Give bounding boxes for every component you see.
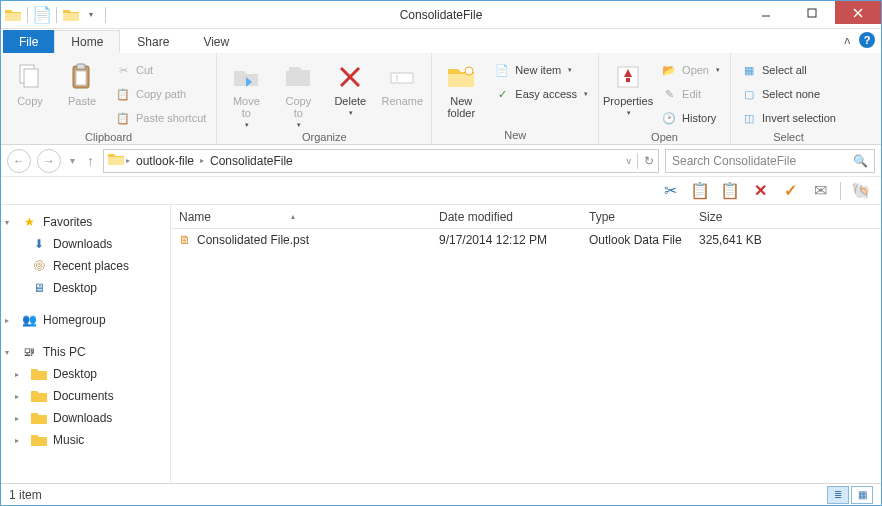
address-dropdown-icon[interactable]: v xyxy=(627,156,632,166)
navigation-pane: ▾★Favorites ⬇Downloads 🞋Recent places 🖥D… xyxy=(1,205,171,483)
new-doc-icon[interactable]: 📄 xyxy=(34,7,50,23)
search-icon: 🔍 xyxy=(853,154,868,168)
open-label: Open xyxy=(605,129,724,146)
icons-view-button[interactable]: ▦ xyxy=(851,486,873,504)
sidebar-item-desktop[interactable]: 🖥Desktop xyxy=(1,277,170,299)
select-label: Select xyxy=(737,129,840,146)
svg-rect-8 xyxy=(76,71,86,85)
breadcrumb[interactable]: outlook-file xyxy=(132,154,198,168)
svg-rect-1 xyxy=(808,9,816,17)
sidebar-item-downloads[interactable]: ▸Downloads xyxy=(1,407,170,429)
svg-rect-11 xyxy=(391,73,413,83)
column-headers: Name▴ Date modified Type Size xyxy=(171,205,881,229)
favorites-root[interactable]: ▾★Favorites xyxy=(1,211,170,233)
edit-button[interactable]: ✎Edit xyxy=(657,83,724,105)
column-size[interactable]: Size xyxy=(691,210,791,224)
address-bar[interactable]: ▸ outlook-file ▸ ConsolidateFile v ↻ xyxy=(103,149,659,173)
open-icon: 📂 xyxy=(661,62,677,78)
file-tab[interactable]: File xyxy=(3,30,54,53)
delete-button[interactable]: Delete▾ xyxy=(327,59,373,117)
home-tab[interactable]: Home xyxy=(54,30,120,53)
select-none-icon: ▢ xyxy=(741,86,757,102)
shell-icon[interactable]: 🐚 xyxy=(851,181,871,201)
copy-icon[interactable]: 📋 xyxy=(690,181,710,201)
navigation-bar: ← → ▾ ↑ ▸ outlook-file ▸ ConsolidateFile… xyxy=(1,145,881,177)
forward-button[interactable]: → xyxy=(37,149,61,173)
easy-access-button[interactable]: ✓Easy access▾ xyxy=(490,83,592,105)
share-tab[interactable]: Share xyxy=(120,30,186,53)
folder-icon xyxy=(31,366,47,382)
folder-icon xyxy=(31,410,47,426)
paste-button[interactable]: Paste xyxy=(59,59,105,107)
folder-icon xyxy=(5,7,21,23)
refresh-icon[interactable]: ↻ xyxy=(644,154,654,168)
cut-button[interactable]: ✂Cut xyxy=(111,59,210,81)
check-icon[interactable]: ✓ xyxy=(780,181,800,201)
close-button[interactable] xyxy=(835,1,881,24)
copy-path-button[interactable]: 📋Copy path xyxy=(111,83,210,105)
extra-toolbar: ✂ 📋 📋 ✕ ✓ ✉ 🐚 xyxy=(1,177,881,205)
rename-icon xyxy=(386,61,418,93)
quick-access-toolbar: 📄 ▾ xyxy=(1,7,112,23)
cut-icon: ✂ xyxy=(115,62,131,78)
history-icon: 🕑 xyxy=(661,110,677,126)
view-tab[interactable]: View xyxy=(186,30,246,53)
select-none-button[interactable]: ▢Select none xyxy=(737,83,840,105)
recent-icon: 🞋 xyxy=(31,258,47,274)
ribbon-tabs: File Home Share View ʌ ? xyxy=(1,29,881,53)
folder-icon xyxy=(108,152,124,169)
maximize-button[interactable] xyxy=(789,1,835,24)
open-group: Properties▾ 📂Open▾ ✎Edit 🕑History Open xyxy=(599,53,731,144)
this-pc-root[interactable]: ▾🖳This PC xyxy=(1,341,170,363)
scissors-icon[interactable]: ✂ xyxy=(660,181,680,201)
homegroup-root[interactable]: ▸👥Homegroup xyxy=(1,309,170,331)
sidebar-item-desktop[interactable]: ▸Desktop xyxy=(1,363,170,385)
rename-button[interactable]: Rename xyxy=(379,59,425,107)
star-icon: ★ xyxy=(21,214,37,230)
mail-icon[interactable]: ✉ xyxy=(810,181,830,201)
details-view-button[interactable]: ≣ xyxy=(827,486,849,504)
move-to-button[interactable]: Move to▾ xyxy=(223,59,269,129)
column-name[interactable]: Name▴ xyxy=(171,210,431,224)
copy-button[interactable]: Copy xyxy=(7,59,53,107)
history-button[interactable]: 🕑History xyxy=(657,107,724,129)
back-button[interactable]: ← xyxy=(7,149,31,173)
help-icon[interactable]: ? xyxy=(859,32,875,48)
ribbon-collapse-icon[interactable]: ʌ xyxy=(844,34,851,47)
sidebar-item-music[interactable]: ▸Music xyxy=(1,429,170,451)
invert-selection-button[interactable]: ◫Invert selection xyxy=(737,107,840,129)
copy-to-button[interactable]: Copy to▾ xyxy=(275,59,321,129)
file-row[interactable]: 🗎Consolidated File.pst 9/17/2014 12:12 P… xyxy=(171,229,881,251)
edit-icon: ✎ xyxy=(661,86,677,102)
up-button[interactable]: ↑ xyxy=(84,153,97,169)
new-folder-button[interactable]: New folder xyxy=(438,59,484,119)
open-button[interactable]: 📂Open▾ xyxy=(657,59,724,81)
delete-icon[interactable]: ✕ xyxy=(750,181,770,201)
downloads-icon: ⬇ xyxy=(31,236,47,252)
sidebar-item-recent-places[interactable]: 🞋Recent places xyxy=(1,255,170,277)
svg-rect-5 xyxy=(24,69,38,87)
column-type[interactable]: Type xyxy=(581,210,691,224)
recent-locations-dropdown[interactable]: ▾ xyxy=(67,155,78,166)
pc-icon: 🖳 xyxy=(21,344,37,360)
folder-icon[interactable] xyxy=(63,7,79,23)
clipboard-icon[interactable]: 📋 xyxy=(720,181,740,201)
svg-point-13 xyxy=(465,67,473,75)
search-input[interactable]: Search ConsolidateFile 🔍 xyxy=(665,149,875,173)
sidebar-item-downloads[interactable]: ⬇Downloads xyxy=(1,233,170,255)
select-all-button[interactable]: ▦Select all xyxy=(737,59,840,81)
breadcrumb[interactable]: ConsolidateFile xyxy=(206,154,297,168)
new-item-button[interactable]: 📄New item▾ xyxy=(490,59,592,81)
item-count: 1 item xyxy=(9,488,42,502)
paste-icon xyxy=(66,61,98,93)
properties-button[interactable]: Properties▾ xyxy=(605,59,651,117)
file-list: Name▴ Date modified Type Size 🗎Consolida… xyxy=(171,205,881,483)
minimize-button[interactable] xyxy=(743,1,789,24)
column-date[interactable]: Date modified xyxy=(431,210,581,224)
qat-dropdown-icon[interactable]: ▾ xyxy=(83,7,99,23)
sidebar-item-documents[interactable]: ▸Documents xyxy=(1,385,170,407)
organize-label: Organize xyxy=(223,129,425,146)
paste-shortcut-button[interactable]: 📋Paste shortcut xyxy=(111,107,210,129)
desktop-icon: 🖥 xyxy=(31,280,47,296)
select-group: ▦Select all ▢Select none ◫Invert selecti… xyxy=(731,53,846,144)
